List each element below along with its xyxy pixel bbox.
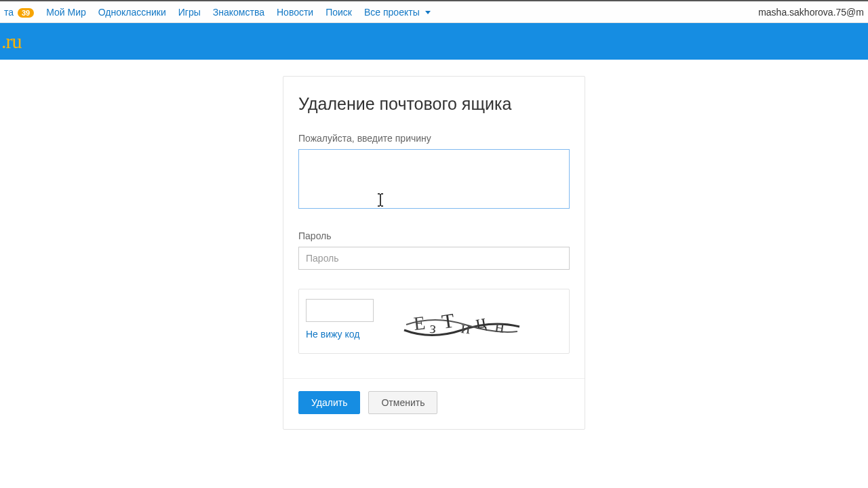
- divider: [283, 378, 585, 379]
- svg-text:ц: ц: [474, 310, 488, 333]
- captcha-left: Не вижу код: [306, 299, 374, 340]
- reason-label: Пожалуйста, введите причину: [298, 133, 570, 144]
- password-input[interactable]: [298, 247, 570, 270]
- svg-text:Т: Т: [440, 309, 456, 333]
- user-email[interactable]: masha.sakhorova.75@m: [758, 7, 864, 18]
- nav-item-dating[interactable]: Знакомства: [213, 7, 264, 18]
- captcha-reload-link[interactable]: Не вижу код: [306, 329, 374, 340]
- nav-item-mail[interactable]: та 39: [4, 7, 34, 18]
- mail-badge: 39: [18, 8, 34, 18]
- page-title: Удаление почтового ящика: [298, 94, 570, 114]
- svg-text:н: н: [494, 316, 506, 337]
- password-label: Пароль: [298, 230, 570, 241]
- site-header: .ru: [0, 23, 868, 60]
- svg-text:Е: Е: [412, 312, 426, 334]
- nav-label: та: [4, 7, 14, 18]
- nav-item-odnoklassniki[interactable]: Одноклассники: [98, 7, 166, 18]
- nav-left: та 39 Мой Мир Одноклассники Игры Знакомс…: [4, 7, 431, 18]
- captcha-image: Е з Т и ц н: [401, 303, 523, 344]
- svg-text:з: з: [429, 319, 437, 337]
- nav-label: Все проекты: [364, 7, 420, 18]
- nav-item-moymir[interactable]: Мой Мир: [46, 7, 86, 18]
- captcha-section: Не вижу код Е з Т и ц н: [298, 289, 570, 354]
- nav-item-all-projects[interactable]: Все проекты: [364, 7, 431, 18]
- reason-input[interactable]: [298, 149, 570, 209]
- logo[interactable]: .ru: [0, 30, 22, 53]
- nav-item-search[interactable]: Поиск: [326, 7, 352, 18]
- delete-button[interactable]: Удалить: [298, 391, 360, 414]
- main-content: Удаление почтового ящика Пожалуйста, вве…: [0, 60, 868, 430]
- captcha-input[interactable]: [306, 299, 374, 322]
- nav-item-news[interactable]: Новости: [277, 7, 313, 18]
- svg-text:и: и: [460, 317, 471, 338]
- nav-item-games[interactable]: Игры: [178, 7, 201, 18]
- chevron-down-icon: [425, 11, 431, 14]
- delete-account-form: Удаление почтового ящика Пожалуйста, вве…: [283, 76, 585, 430]
- form-actions: Удалить Отменить: [298, 391, 570, 414]
- top-navigation: та 39 Мой Мир Одноклассники Игры Знакомс…: [0, 0, 868, 23]
- cancel-button[interactable]: Отменить: [368, 391, 437, 414]
